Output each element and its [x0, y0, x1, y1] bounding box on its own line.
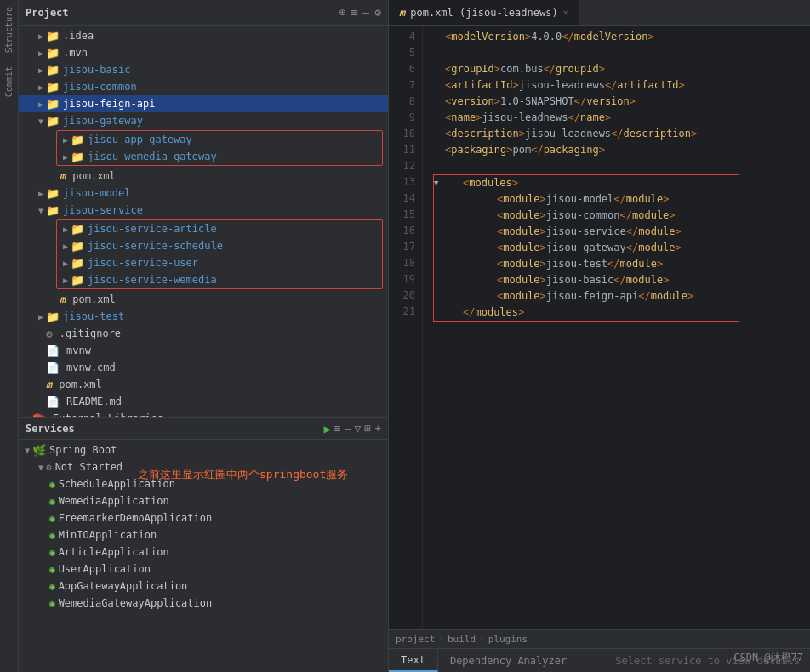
code-line-4: <modelVersion>4.0.0</modelVersion>: [433, 29, 810, 45]
arrow-feign-api: ▶: [36, 100, 46, 109]
code-line-13: ▼ <modules>: [434, 175, 739, 191]
project-tree: ▶ 📁 .idea ▶ 📁 .mvn ▶ 📁 jisou-basic: [19, 26, 388, 417]
springboot-icon: 🌿: [32, 444, 46, 457]
svc-wemediagateway-app[interactable]: ◉ WemediaGatewayApplication: [19, 595, 388, 612]
folder-icon-app-gateway: 📁: [71, 134, 84, 146]
svc-springboot[interactable]: ▼ 🌿 Spring Boot: [19, 441, 388, 458]
svc-minio-app[interactable]: ◉ MinIOApplication: [19, 527, 388, 544]
tree-item-test[interactable]: ▶ 📁 jisou-test: [19, 308, 388, 325]
folder-icon-idea: 📁: [46, 30, 60, 43]
main-container: Project ⊕ ≡ — ⚙ ▶ 📁 .idea ▶ 📁 .mvn: [19, 0, 810, 672]
svc-appgateway-app[interactable]: ◉ AppGatewayApplication: [19, 578, 388, 595]
run-icon[interactable]: ▶: [323, 422, 330, 436]
tab-pom-icon: m: [399, 7, 405, 19]
tree-item-service-wemedia[interactable]: ▶ 📁 jisou-service-wemedia: [57, 271, 382, 288]
label-minio-app: MinIOApplication: [59, 529, 157, 541]
code-area[interactable]: <modelVersion>4.0.0</modelVersion> <grou…: [423, 26, 810, 629]
folder-icon-service-article: 📁: [71, 223, 84, 236]
not-started-icon: ⚙: [46, 462, 52, 473]
folder-icon-common: 📁: [46, 81, 60, 94]
svc-not-started[interactable]: ▼ ⚙ Not Started: [19, 458, 388, 476]
svc-schedule-app[interactable]: ◉ ScheduleApplication: [19, 476, 388, 493]
label-service-schedule: jisou-service-schedule: [88, 240, 223, 252]
label-service: jisou-service: [63, 204, 143, 216]
editor-panel: m pom.xml (jisou-leadnews) ✕ 4 5 6 7 8 9…: [389, 0, 810, 672]
tree-item-pom-service[interactable]: m pom.xml: [19, 291, 388, 308]
tree-item-gateway[interactable]: ▼ 📁 jisou-gateway: [19, 112, 388, 129]
breadcrumb-build[interactable]: build: [448, 634, 476, 645]
label-model: jisou-model: [63, 187, 130, 199]
tree-item-basic[interactable]: ▶ 📁 jisou-basic: [19, 61, 388, 78]
tree-item-service[interactable]: ▼ 📁 jisou-service: [19, 202, 388, 219]
svc-user-app[interactable]: ◉ UserApplication: [19, 561, 388, 578]
tab-close-icon[interactable]: ✕: [563, 8, 568, 17]
label-pom-service: pom.xml: [72, 293, 116, 305]
services-wind-icon[interactable]: ⊞: [364, 422, 371, 435]
folder-icon-basic: 📁: [46, 64, 60, 77]
arrow-gateway: ▼: [36, 117, 46, 126]
tree-item-wemedia-gateway[interactable]: ▶ 📁 jisou-wemedia-gateway: [57, 148, 382, 165]
tree-item-model[interactable]: ▶ 📁 jisou-model: [19, 185, 388, 202]
label-idea: .idea: [63, 30, 94, 42]
tree-item-pom-gateway[interactable]: m pom.xml: [19, 168, 388, 185]
layout-icon[interactable]: ≡: [351, 6, 358, 19]
label-pom-root: pom.xml: [59, 379, 102, 390]
svc-article-app[interactable]: ◉ ArticleApplication: [19, 544, 388, 561]
tree-item-gitignore[interactable]: ▶ ⚙ .gitignore: [19, 325, 388, 342]
app-icon-wemedia: ◉: [49, 496, 55, 507]
label-mvnw: mvnw: [66, 345, 91, 356]
tree-item-common[interactable]: ▶ 📁 jisou-common: [19, 78, 388, 95]
label-readme: README.md: [66, 396, 122, 407]
gateway-red-box: ▶ 📁 jisou-app-gateway ▶ 📁 jisou-wemedia-…: [56, 130, 383, 166]
tree-item-mvnw[interactable]: ▶ 📄 mvnw: [19, 342, 388, 359]
svc-freemarker-app[interactable]: ◉ FreemarkerDemoApplication: [19, 510, 388, 527]
project-panel-header: Project ⊕ ≡ — ⚙: [19, 0, 388, 26]
label-test: jisou-test: [63, 310, 124, 322]
app-icon-schedule: ◉: [49, 479, 55, 490]
folder-icon-feign-api: 📁: [46, 98, 60, 111]
tree-item-mvn[interactable]: ▶ 📁 .mvn: [19, 44, 388, 61]
svc-wemedia-app[interactable]: ◉ WemediaApplication: [19, 493, 388, 510]
tree-item-service-article[interactable]: ▶ 📁 jisou-service-article: [57, 220, 382, 237]
label-service-wemedia: jisou-service-wemedia: [88, 274, 217, 286]
code-line-11: <packaging>pom</packaging>: [433, 142, 810, 158]
services-filter-icon[interactable]: ▽: [355, 422, 362, 435]
settings-gear-icon[interactable]: ⚙: [374, 6, 381, 19]
tree-item-idea[interactable]: ▶ 📁 .idea: [19, 27, 388, 44]
tree-item-ext-libraries[interactable]: ▶ 📚 External Libraries: [19, 410, 388, 417]
tree-item-mvnw-cmd[interactable]: ▶ 📄 mvnw.cmd: [19, 359, 388, 376]
tree-item-pom-root[interactable]: ▶ m pom.xml: [19, 376, 388, 393]
breadcrumb-project[interactable]: project: [396, 634, 435, 645]
label-wemedia-app: WemediaApplication: [59, 495, 169, 507]
service-red-box: ▶ 📁 jisou-service-article ▶ 📁 jisou-serv…: [56, 219, 383, 289]
arrow-service-user: ▶: [60, 259, 71, 268]
arrow-basic: ▶: [36, 65, 46, 75]
services-layout-icon[interactable]: ≡: [334, 422, 341, 435]
structure-label[interactable]: Structure: [3, 0, 15, 60]
folder-icon-service-wemedia: 📁: [71, 274, 84, 287]
folder-icon-test: 📁: [46, 310, 60, 323]
arrow-model: ▶: [36, 189, 46, 198]
editor-tab-pom[interactable]: m pom.xml (jisou-leadnews) ✕: [389, 0, 579, 25]
tree-item-app-gateway[interactable]: ▶ 📁 jisou-app-gateway: [57, 131, 382, 148]
code-line-16: <module>jisou-service</module>: [434, 224, 739, 240]
label-gitignore: .gitignore: [60, 327, 121, 339]
services-add-icon[interactable]: +: [374, 422, 381, 435]
breadcrumb-plugins[interactable]: plugins: [488, 634, 528, 645]
services-header: Services ▶ ≡ — ▽ ⊞ +: [19, 418, 388, 440]
tree-item-readme[interactable]: ▶ 📄 README.md: [19, 393, 388, 410]
services-collapse-icon[interactable]: —: [345, 422, 351, 435]
label-springboot: Spring Boot: [49, 444, 117, 456]
add-module-icon[interactable]: ⊕: [339, 6, 346, 19]
folder-icon-service-user: 📁: [71, 257, 84, 270]
tree-item-service-schedule[interactable]: ▶ 📁 jisou-service-schedule: [57, 237, 382, 254]
app-icon-freemarker: ◉: [49, 513, 55, 524]
commit-label[interactable]: Commit: [3, 60, 15, 104]
tab-dependency-analyzer[interactable]: Dependency Analyzer: [438, 649, 579, 672]
fold-arrow-13[interactable]: ▼: [434, 175, 446, 191]
code-line-15: <module>jisou-common</module>: [434, 208, 739, 224]
tree-item-service-user[interactable]: ▶ 📁 jisou-service-user: [57, 254, 382, 271]
collapse-icon[interactable]: —: [362, 6, 369, 19]
tab-text[interactable]: Text: [389, 649, 438, 672]
tree-item-feign-api[interactable]: ▶ 📁 jisou-feign-api: [19, 95, 388, 112]
